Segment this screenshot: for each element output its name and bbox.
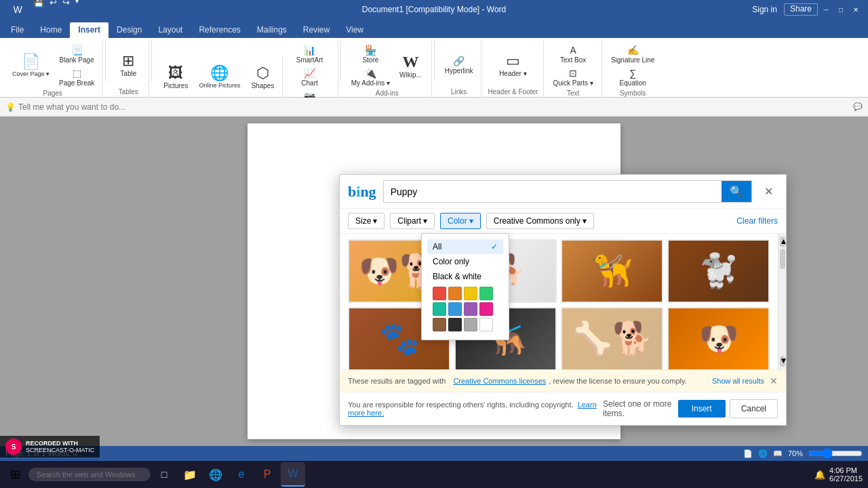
store-button[interactable]: 🏪 Store: [349, 43, 393, 65]
image-area-wrapper: 🐶🐕 🐕 🦮 🐩: [340, 234, 786, 369]
my-addins-button[interactable]: 🔌 My Add-ins ▾: [349, 66, 393, 88]
creative-commons-link[interactable]: Creative Commons licenses: [453, 377, 546, 385]
word-taskbar-btn[interactable]: W: [281, 462, 305, 487]
swatch-orange[interactable]: [448, 287, 462, 300]
wikipedia-button[interactable]: W Wikip...: [395, 45, 426, 86]
ribbon-group-text-items: A Text Box ⊡ Quick Parts ▾: [550, 43, 595, 88]
pages-group-label: Pages: [43, 88, 62, 97]
comments-icon[interactable]: 💬: [853, 102, 863, 111]
image-cell-8[interactable]: 🐶: [667, 307, 770, 369]
cover-page-icon: 📄: [22, 54, 40, 69]
textbox-label: Text Box: [560, 56, 586, 64]
equation-button[interactable]: ∑ Equation: [608, 66, 658, 88]
ribbon-group-text: A Text Box ⊡ Quick Parts ▾ Text: [545, 41, 601, 97]
swatch-red[interactable]: [433, 287, 446, 300]
page-break-button[interactable]: ⬚ Page Break: [56, 66, 97, 88]
tab-layout[interactable]: Layout: [150, 22, 191, 38]
view-normal-icon[interactable]: 📄: [743, 449, 753, 458]
size-filter-button[interactable]: Size ▾: [348, 213, 384, 229]
swatch-gray[interactable]: [464, 318, 477, 331]
tab-design[interactable]: Design: [108, 22, 150, 38]
search-input[interactable]: [384, 181, 722, 202]
swatch-white[interactable]: [479, 318, 493, 331]
close-dialog-button[interactable]: ✕: [759, 182, 778, 201]
scroll-thumb[interactable]: [780, 249, 785, 269]
tab-review[interactable]: Review: [295, 22, 338, 38]
store-icon: 🏪: [365, 45, 376, 56]
online-pictures-button[interactable]: 🌐 Online Pictures: [195, 57, 244, 98]
chrome-taskbar-btn[interactable]: 🌐: [203, 462, 228, 487]
dismiss-notice-button[interactable]: ✕: [770, 375, 778, 386]
sign-in-label[interactable]: Sign in: [752, 5, 777, 14]
swatch-black[interactable]: [448, 318, 462, 331]
tab-view[interactable]: View: [338, 22, 372, 38]
scroll-down-btn[interactable]: ▼: [780, 356, 785, 367]
hyperlink-button[interactable]: 🔗 Hyperlink: [442, 54, 476, 76]
ribbon-group-links: 🔗 Hyperlink Links: [437, 41, 482, 97]
color-option-bw[interactable]: Black & white: [427, 269, 503, 284]
textbox-button[interactable]: A Text Box: [550, 43, 595, 65]
status-bar: Page: 1 of 1 Words: 0 📄 🌐 📖 70%: [0, 446, 868, 461]
cancel-button[interactable]: Cancel: [730, 399, 778, 418]
tab-mailings[interactable]: Mailings: [249, 22, 295, 38]
file-explorer-taskbar-btn[interactable]: 📁: [178, 462, 202, 487]
window-title: Document1 [Compatibility Mode] - Word: [362, 5, 507, 14]
size-filter-label: Size: [355, 216, 371, 226]
tab-file[interactable]: File: [3, 22, 32, 38]
filter-bar: Size ▾ Clipart ▾ Color ▾ Creative Common…: [340, 209, 786, 234]
ribbon-group-symbols-items: ✍ Signature Line ∑ Equation: [608, 43, 658, 88]
color-filter-button[interactable]: Color ▾: [440, 213, 481, 229]
task-view-button[interactable]: □: [152, 462, 176, 487]
image-cell-4[interactable]: 🐩: [667, 239, 770, 303]
tell-me-input[interactable]: [18, 102, 154, 112]
image-cell-7[interactable]: 🦴🐕: [561, 307, 663, 369]
swatch-brown[interactable]: [433, 318, 446, 331]
restore-button[interactable]: □: [834, 3, 848, 16]
color-option-coloronly[interactable]: Color only: [427, 254, 503, 269]
tab-home[interactable]: Home: [32, 22, 70, 38]
swatch-yellow[interactable]: [464, 287, 477, 300]
search-button[interactable]: 🔍: [722, 181, 751, 202]
color-option-all[interactable]: All ✓: [427, 239, 503, 254]
table-button[interactable]: ⊞ Table: [113, 45, 143, 85]
insert-button[interactable]: Insert: [678, 400, 726, 418]
share-button[interactable]: Share: [784, 3, 818, 16]
quickparts-button[interactable]: ⊡ Quick Parts ▾: [550, 66, 595, 88]
pictures-button[interactable]: 🖼 Pictures: [159, 57, 192, 98]
hf-group-label: Header & Footer: [488, 87, 538, 96]
show-all-results-button[interactable]: Show all results: [712, 377, 764, 385]
clipart-filter-button[interactable]: Clipart ▾: [390, 213, 435, 229]
header-button[interactable]: ▭ Header ▾: [495, 45, 531, 85]
blank-page-button[interactable]: 📃 Blank Page: [56, 43, 97, 65]
close-button[interactable]: ✕: [849, 3, 863, 16]
scroll-bar[interactable]: ▲ ▼: [778, 234, 786, 369]
signature-line-button[interactable]: ✍ Signature Line: [608, 43, 658, 65]
view-web-icon[interactable]: 🌐: [758, 449, 768, 458]
minimize-button[interactable]: ─: [819, 3, 833, 16]
creative-commons-filter-button[interactable]: Creative Commons only ▾: [486, 213, 594, 229]
swatch-teal[interactable]: [433, 302, 446, 316]
image-cell-3[interactable]: 🦮: [561, 239, 663, 303]
chart-button[interactable]: 📈 Chart: [287, 66, 332, 88]
cover-page-button[interactable]: 📄 Cover Page ▾: [8, 45, 54, 86]
smartart-button[interactable]: 📊 SmartArt: [287, 43, 332, 65]
tab-references[interactable]: References: [191, 22, 248, 38]
clear-filters-link[interactable]: Clear filters: [736, 216, 778, 226]
edge-taskbar-btn[interactable]: e: [229, 462, 254, 487]
zoom-slider[interactable]: [808, 448, 863, 459]
signature-label: Signature Line: [611, 56, 655, 64]
powerpoint-taskbar-btn[interactable]: P: [255, 462, 279, 487]
selected-checkmark: ✓: [491, 242, 498, 251]
view-read-icon[interactable]: 📖: [773, 449, 783, 458]
shapes-button[interactable]: ⬡ Shapes: [247, 57, 278, 98]
start-button[interactable]: ⊞: [3, 462, 27, 487]
swatch-pink[interactable]: [479, 302, 493, 316]
scroll-up-btn[interactable]: ▲: [780, 237, 785, 247]
tab-insert[interactable]: Insert: [70, 22, 108, 38]
taskbar-search-input[interactable]: [28, 468, 151, 481]
swatch-green[interactable]: [479, 287, 493, 300]
swatch-purple[interactable]: [464, 302, 477, 316]
swatch-blue[interactable]: [448, 302, 462, 316]
bing-logo: bing: [348, 183, 376, 201]
sign-in-area[interactable]: Sign in: [747, 3, 783, 16]
